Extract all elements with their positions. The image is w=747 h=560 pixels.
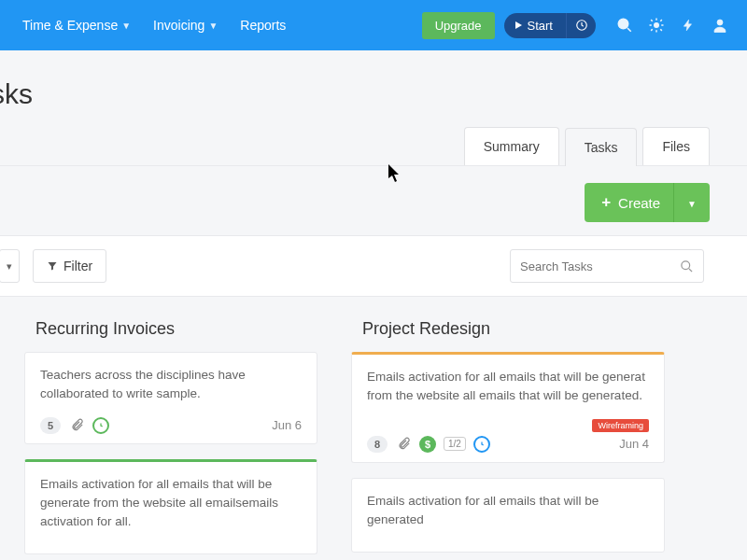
kanban-column: Project Redesign Emails activation for a… [344,315,672,560]
due-date: Jun 6 [272,418,302,432]
search-icon [680,259,694,273]
search-input[interactable] [520,259,680,273]
clock-icon [473,436,490,453]
billable-icon: $ [419,436,436,453]
upgrade-button[interactable]: Upgrade [422,12,495,39]
create-dropdown-button[interactable]: ▼ [673,183,710,222]
chevron-down-icon: ▼ [687,199,697,209]
profile-button[interactable] [704,9,736,41]
due-date: Jun 4 [619,437,649,451]
search-icon [616,17,633,34]
app-header: Time & Expense▼ Invoicing▼ Reports Upgra… [0,0,747,50]
task-card[interactable]: Emails activation for all emails that wi… [24,459,317,555]
chevron-down-icon: ▾ [7,260,12,273]
chevron-down-icon: ▼ [208,21,218,31]
task-card[interactable]: Emails activation for all emails that wi… [351,352,665,463]
nav-time-expense[interactable]: Time & Expense▼ [11,18,142,33]
gear-icon [648,17,665,34]
settings-button[interactable] [641,9,672,41]
tab-tasks[interactable]: Tasks [565,128,638,166]
user-icon [712,17,728,34]
comment-count: 5 [40,417,61,434]
filter-icon [47,260,58,272]
plus-icon: + [601,193,611,212]
task-card[interactable]: Emails activation for all emails that wi… [351,478,665,553]
tab-files[interactable]: Files [642,127,710,165]
chevron-down-icon: ▼ [121,21,131,31]
create-button[interactable]: + Create [585,183,677,222]
task-tag: Wireframing [592,419,649,432]
search-button[interactable] [609,9,641,41]
tabs: Summary Tasks Files [0,127,747,166]
subtask-progress: 1/2 [444,437,466,451]
comment-count: 8 [367,436,388,453]
view-dropdown[interactable]: ▾ [0,249,20,283]
attachment-icon [68,417,85,434]
svg-point-1 [618,19,628,29]
svg-point-2 [655,23,659,28]
svg-point-4 [682,260,690,269]
attachment-icon [395,436,412,453]
svg-point-3 [717,20,723,25]
page-title: sks [0,78,747,110]
bolt-icon [682,17,695,34]
nav-reports[interactable]: Reports [229,18,297,33]
clock-icon [575,19,588,32]
clock-icon [92,417,109,434]
column-title: Project Redesign [344,315,672,352]
tab-summary[interactable]: Summary [464,127,559,165]
activity-button[interactable] [672,9,704,41]
kanban-board: her morow erate ed. Recurring Invoices T… [0,297,747,560]
kanban-column: Recurring Invoices Teachers across the d… [17,315,325,560]
filter-button[interactable]: Filter [33,249,106,283]
tasks-toolbar: ▾ Filter [0,235,747,297]
search-tasks[interactable] [510,249,704,283]
timer-history-button[interactable] [566,13,596,38]
play-icon [515,21,522,29]
task-card[interactable]: Teachers across the disciplines have col… [24,352,317,444]
start-timer-button[interactable]: Start [504,13,566,38]
nav-invoicing[interactable]: Invoicing▼ [142,18,229,33]
column-title: Recurring Invoices [17,315,325,352]
